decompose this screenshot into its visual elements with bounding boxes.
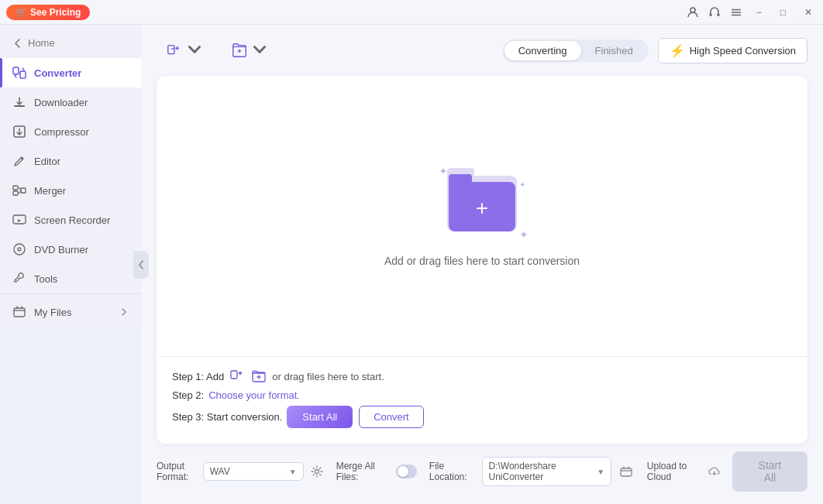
step1-suffix: or drag files here to start. (272, 371, 384, 382)
start-all-button[interactable]: Start All (287, 406, 353, 428)
svg-rect-1 (709, 13, 711, 16)
sidebar-downloader-label: Downloader (34, 97, 88, 108)
svg-rect-10 (13, 186, 18, 190)
see-pricing-label: See Pricing (30, 7, 81, 18)
step-actions: Start All Convert (287, 406, 423, 428)
svg-rect-20 (621, 468, 632, 476)
add-files-icon (166, 42, 183, 59)
tab-switch: Converting Finished (503, 39, 649, 62)
sparkle-3: ✦ (519, 180, 525, 189)
dvd-burner-icon (12, 242, 26, 256)
merger-icon (12, 183, 26, 197)
upload-to-cloud[interactable]: Upload to Cloud (647, 461, 720, 482)
minimize-button[interactable]: − (752, 5, 766, 19)
toolbar: Converting Finished ⚡ High Speed Convers… (157, 37, 808, 63)
high-speed-label: High Speed Conversion (690, 45, 796, 57)
folder-front: + (449, 182, 515, 231)
svg-rect-13 (13, 215, 26, 224)
sidebar-compressor-label: Compressor (34, 126, 89, 138)
step-2: Step 2: Choose your format. (172, 389, 792, 401)
sidebar-item-downloader[interactable]: Downloader (0, 87, 141, 117)
file-location-browse-icon[interactable] (618, 461, 635, 482)
svg-rect-17 (168, 46, 174, 54)
svg-rect-12 (21, 188, 26, 193)
high-speed-button[interactable]: ⚡ High Speed Conversion (658, 38, 808, 63)
sidebar-item-screen-recorder[interactable]: Screen Recorder (0, 205, 141, 235)
steps-section: Step 1: Add or drag files here to start.… (157, 357, 808, 444)
output-format-arrow: ▼ (289, 468, 297, 476)
add-files-chevron (186, 42, 203, 59)
collapse-sidebar-button[interactable] (133, 251, 149, 279)
svg-point-19 (315, 470, 319, 474)
output-format-label: Output Format: (157, 461, 197, 482)
svg-point-0 (690, 8, 695, 12)
titlebar-icons: − □ ✕ (687, 5, 817, 19)
sidebar-item-tools[interactable]: Tools (0, 264, 141, 293)
headset-icon[interactable] (708, 6, 721, 19)
compressor-icon (12, 125, 26, 139)
add-files-step-icon[interactable] (229, 368, 246, 385)
sidebar-screen-recorder-label: Screen Recorder (34, 214, 110, 226)
add-folder-step-icon[interactable] (250, 368, 267, 385)
add-folder-button[interactable] (222, 37, 277, 63)
drop-prompt-text: Add or drag files here to start conversi… (384, 255, 580, 267)
step2-prefix: Step 2: (172, 389, 204, 401)
sidebar-item-merger[interactable]: Merger (0, 176, 141, 205)
main-content: Converting Finished ⚡ High Speed Convers… (141, 25, 823, 504)
file-location-value: D:\Wondershare UniConverter (489, 461, 591, 482)
svg-rect-18 (231, 371, 237, 379)
sidebar-tools-label: Tools (34, 273, 57, 285)
drop-area[interactable]: ✦ + ✦ ✦ Add or drag files here to start … (157, 76, 808, 357)
see-pricing-button[interactable]: 🛒 See Pricing (6, 5, 90, 20)
tab-converting[interactable]: Converting (504, 41, 581, 60)
sidebar-dvd-burner-label: DVD Burner (34, 244, 88, 255)
sidebar-editor-label: Editor (34, 156, 60, 167)
output-format-field: Output Format: WAV ▼ (157, 461, 324, 482)
step1-prefix: Step 1: Add (172, 371, 224, 382)
file-location-arrow: ▼ (597, 468, 604, 476)
sidebar-item-dvd-burner[interactable]: DVD Burner (0, 235, 141, 264)
bottom-bar: Output Format: WAV ▼ Merge All Files: Fi… (157, 444, 808, 492)
add-folder-icon (231, 42, 248, 59)
add-folder-chevron (251, 42, 268, 59)
maximize-button[interactable]: □ (776, 5, 790, 19)
svg-point-14 (14, 244, 25, 255)
output-format-settings-icon[interactable] (310, 461, 324, 482)
step2-link[interactable]: Choose your format. (208, 389, 300, 401)
upload-cloud-label: Upload to Cloud (647, 461, 704, 482)
home-back-item[interactable]: Home (0, 31, 141, 55)
sidebar-item-editor[interactable]: Editor (0, 146, 141, 176)
merge-all-field: Merge All Files: (336, 461, 417, 482)
downloader-icon (12, 95, 26, 109)
drop-zone: ✦ + ✦ ✦ Add or drag files here to start … (157, 76, 808, 444)
sidebar-item-converter[interactable]: Converter (0, 58, 141, 87)
sidebar: Home Converter Downloader (0, 25, 141, 333)
screen-recorder-icon (12, 213, 26, 227)
step-3: Step 3: Start conversion. Start All Conv… (172, 406, 792, 428)
cloud-icon (708, 465, 720, 478)
output-format-select[interactable]: WAV ▼ (203, 462, 304, 481)
file-location-select[interactable]: D:\Wondershare UniConverter ▼ (482, 457, 612, 486)
app-body: Home Converter Downloader (0, 25, 823, 504)
start-all-bottom-button: Start All (732, 451, 808, 492)
output-format-value: WAV (210, 466, 283, 477)
step3-prefix: Step 3: Start conversion. (172, 411, 282, 423)
close-button[interactable]: ✕ (800, 5, 817, 19)
convert-button[interactable]: Convert (359, 406, 424, 428)
sidebar-item-compressor[interactable]: Compressor (0, 117, 141, 146)
converter-icon (12, 66, 26, 80)
sidebar-merger-label: Merger (34, 185, 66, 197)
cart-icon: 🛒 (15, 7, 27, 18)
titlebar: 🛒 See Pricing − □ ✕ (0, 0, 823, 25)
bolt-icon: ⚡ (670, 43, 685, 58)
my-files-chevron (119, 307, 129, 317)
sidebar-item-my-files[interactable]: My Files (0, 297, 141, 327)
merge-all-toggle[interactable] (396, 465, 417, 478)
home-label: Home (28, 37, 55, 49)
sidebar-bottom: My Files (0, 293, 141, 327)
menu-icon[interactable] (730, 6, 742, 19)
add-files-button[interactable] (157, 37, 212, 63)
user-icon[interactable] (687, 6, 699, 19)
tab-finished[interactable]: Finished (581, 41, 647, 60)
merge-all-label: Merge All Files: (336, 461, 390, 482)
